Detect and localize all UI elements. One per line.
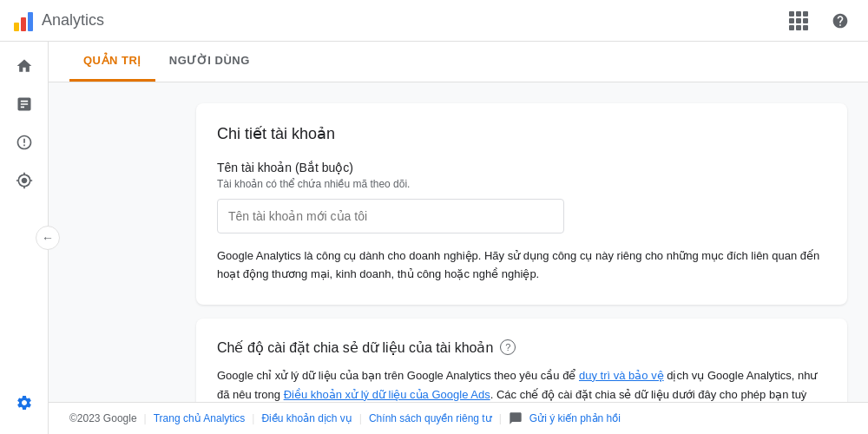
data-text-part1: Google chỉ xử lý dữ liệu của bạn trên Go…: [217, 369, 579, 382]
logo-bar-2: [21, 17, 26, 31]
data-link-2[interactable]: Điều khoản xử lý dữ liệu của Google Ads: [284, 388, 490, 401]
logo: Analytics: [14, 10, 104, 31]
account-name-hint: Tài khoản có thể chứa nhiều mã theo dõi.: [217, 178, 826, 190]
advertising-icon: [16, 172, 33, 189]
account-name-label: Tên tài khoản (Bắt buộc): [217, 161, 826, 174]
footer-link-privacy[interactable]: Chính sách quyền riêng tư: [369, 412, 492, 424]
tab-quan-tri[interactable]: QUẢN TRỊ: [69, 42, 155, 82]
sidebar-bottom: [7, 385, 42, 424]
explore-icon: [16, 134, 33, 151]
data-sharing-text: Google chỉ xử lý dữ liệu của bạn trên Go…: [217, 366, 826, 402]
main-content: Chi tiết tài khoản Tên tài khoản (Bắt bu…: [49, 82, 868, 402]
back-arrow-button[interactable]: ←: [36, 226, 60, 250]
waffle-menu-button[interactable]: [785, 7, 812, 35]
help-icon: [832, 12, 849, 30]
logo-bar-3: [28, 12, 33, 31]
tabs-bar: QUẢN TRỊ NGƯỜI DÙNG: [49, 42, 868, 82]
logo-icon: [14, 10, 33, 31]
sidebar-item-explore[interactable]: [7, 125, 42, 160]
data-link-1[interactable]: duy trì và bảo vệ: [579, 369, 664, 382]
app-title: Analytics: [42, 11, 104, 30]
home-icon: [16, 57, 33, 75]
data-sharing-title: Chế độ cài đặt chia sẻ dữ liệu của tài k…: [217, 339, 826, 356]
header-actions: [785, 7, 854, 35]
app-header: Analytics: [0, 0, 868, 42]
feedback-icon: [509, 411, 523, 425]
data-sharing-help-icon[interactable]: ?: [500, 339, 516, 355]
reports-icon: [16, 95, 33, 113]
sidebar-item-home[interactable]: [7, 49, 42, 83]
footer-link-analytics[interactable]: Trang chủ Analytics: [154, 412, 246, 424]
settings-icon: [16, 394, 33, 411]
data-sharing-title-text: Chế độ cài đặt chia sẻ dữ liệu của tài k…: [217, 339, 493, 356]
page-footer: ©2023 Google | Trang chủ Analytics | Điề…: [49, 402, 868, 434]
data-sharing-card: Chế độ cài đặt chia sẻ dữ liệu của tài k…: [196, 319, 847, 402]
tab-nguoi-dung[interactable]: NGƯỜI DÙNG: [155, 42, 264, 82]
footer-link-terms[interactable]: Điều khoản dịch vụ: [261, 412, 352, 424]
logo-bar-1: [14, 23, 19, 31]
footer-copyright: ©2023 Google: [69, 412, 137, 424]
help-button[interactable]: [826, 7, 854, 35]
waffle-icon: [789, 11, 808, 30]
sidebar-item-reports[interactable]: [7, 87, 42, 122]
footer-link-feedback[interactable]: Gửi ý kiến phản hồi: [529, 412, 621, 424]
account-name-input[interactable]: [217, 199, 564, 233]
account-detail-title: Chi tiết tài khoản: [217, 124, 826, 143]
account-detail-card: Chi tiết tài khoản Tên tài khoản (Bắt bu…: [196, 103, 847, 305]
main-layout: ← QUẢN TRỊ NGƯỜI DÙNG Chi tiết tài khoản…: [0, 42, 868, 434]
sidebar: ←: [0, 42, 49, 434]
account-info-text: Google Analytics là công cụ dành cho doa…: [217, 247, 826, 284]
content-area: QUẢN TRỊ NGƯỜI DÙNG Chi tiết tài khoản T…: [49, 42, 868, 434]
sidebar-item-advertising[interactable]: [7, 163, 42, 198]
sidebar-item-settings[interactable]: [7, 385, 42, 420]
